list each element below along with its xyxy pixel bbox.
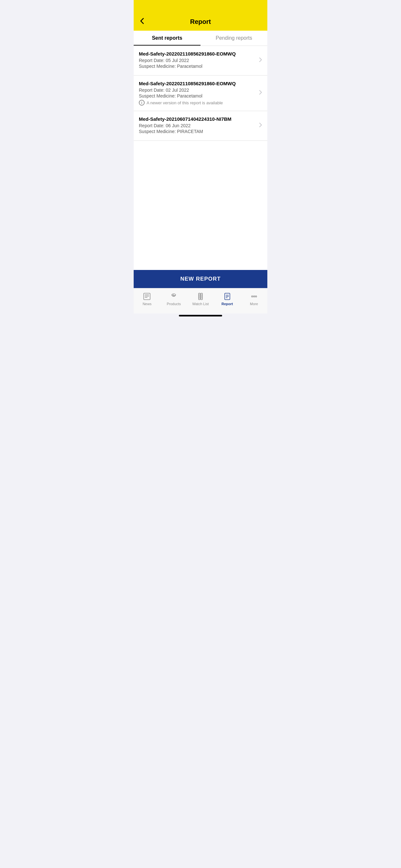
nav-label-more: More <box>250 302 258 306</box>
svg-rect-0 <box>144 293 150 300</box>
info-icon: i <box>139 100 145 105</box>
tab-pending-reports[interactable]: Pending reports <box>201 31 267 45</box>
svg-point-15 <box>253 296 255 297</box>
chevron-right-icon <box>259 122 262 129</box>
report-content: Med-Safety-202106071404224310-NI7BM Repo… <box>139 116 256 135</box>
back-button[interactable] <box>139 17 145 27</box>
new-report-button[interactable]: NEW REPORT <box>134 270 267 288</box>
empty-space <box>134 141 267 270</box>
report-medicine: Suspect Medicine: PIRACETAM <box>139 129 256 134</box>
report-notice: i A newer version of this report is avai… <box>139 100 256 105</box>
nav-label-products: Products <box>166 302 181 306</box>
report-content: Med-Safety-202202110856291860-EOMWQ Repo… <box>139 51 256 70</box>
svg-point-16 <box>255 296 257 297</box>
more-icon <box>250 292 258 301</box>
notice-text: A newer version of this report is availa… <box>147 100 223 105</box>
products-icon <box>169 292 178 301</box>
nav-item-products[interactable]: Products <box>160 291 187 307</box>
tab-sent-reports[interactable]: Sent reports <box>134 31 201 45</box>
report-id: Med-Safety-202202110856291860-EOMWQ <box>139 51 256 57</box>
svg-point-4 <box>172 294 176 296</box>
nav-item-report[interactable]: Report <box>214 291 241 307</box>
watchlist-icon <box>196 292 205 301</box>
page-title: Report <box>190 18 211 26</box>
news-icon <box>143 292 151 301</box>
chevron-right-icon <box>259 90 262 97</box>
report-date: Report Date: 05 Jul 2022 <box>139 58 256 63</box>
report-item[interactable]: Med-Safety-202202110856291860-EOMWQ Repo… <box>134 75 267 111</box>
report-date: Report Date: 02 Jul 2022 <box>139 88 256 93</box>
nav-item-watchlist[interactable]: Watch List <box>187 291 214 307</box>
nav-label-news: News <box>143 302 152 306</box>
svg-point-14 <box>251 296 253 297</box>
home-indicator <box>179 315 222 316</box>
report-item[interactable]: Med-Safety-202106071404224310-NI7BM Repo… <box>134 111 267 141</box>
status-bar <box>134 0 267 14</box>
nav-item-more[interactable]: More <box>241 291 267 307</box>
report-medicine: Suspect Medicine: Paracetamol <box>139 93 256 98</box>
bottom-nav: News Products Watch List <box>134 288 267 314</box>
chevron-right-icon <box>259 57 262 64</box>
tabs-container: Sent reports Pending reports <box>134 31 267 46</box>
report-id: Med-Safety-202106071404224310-NI7BM <box>139 116 256 122</box>
report-id: Med-Safety-202202110856291860-EOMWQ <box>139 81 256 86</box>
report-item[interactable]: Med-Safety-202202110856291860-EOMWQ Repo… <box>134 46 267 75</box>
header: Report <box>134 14 267 31</box>
report-icon <box>223 292 232 301</box>
report-medicine: Suspect Medicine: Paracetamol <box>139 64 256 69</box>
nav-label-report: Report <box>221 302 233 306</box>
content-area: Med-Safety-202202110856291860-EOMWQ Repo… <box>134 46 267 270</box>
reports-list: Med-Safety-202202110856291860-EOMWQ Repo… <box>134 46 267 141</box>
nav-label-watchlist: Watch List <box>192 302 209 306</box>
report-content: Med-Safety-202202110856291860-EOMWQ Repo… <box>139 81 256 105</box>
report-date: Report Date: 06 Jun 2022 <box>139 123 256 128</box>
nav-item-news[interactable]: News <box>134 291 160 307</box>
